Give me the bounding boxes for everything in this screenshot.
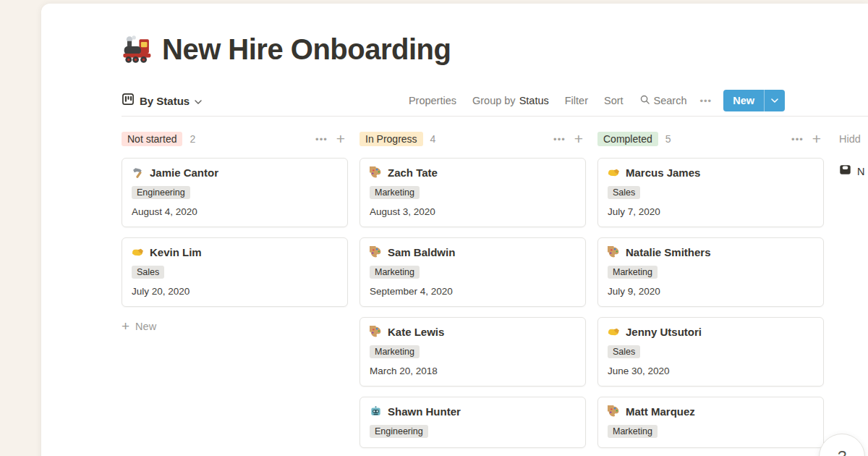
search-button[interactable]: Search (639, 94, 687, 107)
search-icon (639, 94, 650, 107)
view-name: By Status (140, 95, 190, 107)
department-tag: Marketing (608, 425, 658, 438)
card-jamie-cantor[interactable]: Jamie Cantor Engineering August 4, 2020 (122, 158, 348, 227)
start-date: June 30, 2020 (608, 366, 814, 376)
view-switcher[interactable]: By Status (122, 93, 202, 109)
view-toolbar: By Status Properties Group by Status Fil… (122, 88, 785, 113)
column-more-icon[interactable]: ••• (315, 134, 328, 145)
plus-icon: + (122, 318, 129, 334)
status-badge[interactable]: In Progress (359, 132, 423, 146)
column-add-icon[interactable]: + (574, 132, 583, 146)
palette-icon (370, 166, 382, 179)
add-card-button[interactable]: + New (122, 318, 348, 334)
start-date: July 7, 2020 (608, 206, 814, 217)
toolbar-actions: Properties Group by Status Filter Sort S… (393, 90, 785, 111)
sort-button[interactable]: Sort (604, 95, 624, 106)
page-title[interactable]: New Hire Onboarding (162, 33, 451, 66)
locomotive-emoji (122, 34, 153, 66)
department-tag: Engineering (132, 186, 190, 199)
card-jenny-utsutori[interactable]: Jenny Utsutori Sales June 30, 2020 (597, 317, 824, 387)
start-date: August 4, 2020 (132, 206, 338, 217)
hammer-icon (132, 166, 144, 179)
chevron-down-icon[interactable] (765, 98, 785, 103)
start-date: September 4, 2020 (370, 286, 576, 297)
handshake-icon (608, 326, 620, 338)
page-header: New Hire Onboarding (122, 33, 451, 66)
department-tag: Marketing (370, 186, 420, 199)
card-marcus-james[interactable]: Marcus James Sales July 7, 2020 (597, 158, 824, 227)
hidden-groups-toggle[interactable]: Hidd (839, 130, 868, 148)
card-count: 2 (190, 133, 195, 145)
card-natalie-smithers[interactable]: Natalie Smithers Marketing July 9, 2020 (597, 237, 824, 307)
card-name: Marcus James (626, 166, 700, 179)
card-name: Sam Baldwin (388, 246, 455, 258)
start-date: July 9, 2020 (608, 286, 814, 297)
card-shawn-hunter[interactable]: Shawn Hunter Engineering (359, 397, 586, 448)
new-button[interactable]: New (723, 90, 785, 111)
board-column-in-progress: In Progress 4 ••• + Zach Tate Marketing … (359, 130, 586, 448)
inbox-icon (839, 164, 851, 179)
filter-button[interactable]: Filter (565, 95, 588, 106)
board-view-icon (122, 93, 135, 109)
card-name: Jenny Utsutori (626, 326, 702, 338)
department-tag: Engineering (370, 425, 428, 438)
card-count: 4 (430, 133, 436, 145)
column-header: Not started 2 ••• + (122, 130, 348, 148)
board-column-completed: Completed 5 ••• + Marcus James Sales Jul… (597, 130, 824, 448)
department-tag: Marketing (608, 266, 658, 279)
card-name: Zach Tate (388, 166, 438, 179)
properties-button[interactable]: Properties (409, 95, 456, 106)
card-name: Jamie Cantor (150, 166, 218, 179)
department-tag: Sales (608, 186, 640, 199)
group-by-button[interactable]: Group by Status (472, 95, 549, 106)
start-date: March 20, 2018 (370, 366, 576, 376)
card-name: Kevin Lim (150, 246, 202, 258)
palette-icon (370, 246, 382, 258)
department-tag: Marketing (370, 345, 420, 358)
card-kevin-lim[interactable]: Kevin Lim Sales July 20, 2020 (122, 237, 348, 307)
column-add-icon[interactable]: + (812, 132, 821, 146)
more-options-icon[interactable]: ••• (700, 96, 712, 106)
chevron-down-icon (195, 94, 202, 107)
card-zach-tate[interactable]: Zach Tate Marketing August 3, 2020 (359, 158, 586, 227)
status-badge[interactable]: Completed (597, 132, 658, 146)
start-date: August 3, 2020 (370, 206, 576, 217)
column-add-icon[interactable]: + (336, 132, 345, 146)
palette-icon (370, 326, 382, 338)
department-tag: Marketing (370, 266, 420, 279)
hidden-group-row[interactable]: N (839, 164, 868, 179)
hidden-groups-section: Hidd N (839, 130, 868, 179)
column-more-icon[interactable]: ••• (791, 134, 804, 145)
card-name: Shawn Hunter (388, 405, 461, 418)
robot-icon (370, 405, 382, 418)
column-more-icon[interactable]: ••• (553, 134, 566, 145)
start-date: July 20, 2020 (132, 286, 338, 297)
card-kate-lewis[interactable]: Kate Lewis Marketing March 20, 2018 (359, 317, 586, 387)
card-sam-baldwin[interactable]: Sam Baldwin Marketing September 4, 2020 (359, 237, 586, 307)
column-header: In Progress 4 ••• + (359, 130, 586, 148)
card-name: Natalie Smithers (626, 246, 711, 258)
card-matt-marquez[interactable]: Matt Marquez Marketing (597, 397, 824, 448)
palette-icon (608, 405, 620, 418)
handshake-icon (132, 246, 144, 258)
status-badge[interactable]: Not started (122, 132, 182, 146)
handshake-icon (608, 166, 620, 179)
toolbar-divider (122, 116, 868, 117)
column-header: Completed 5 ••• + (597, 130, 824, 148)
card-count: 5 (665, 133, 671, 145)
card-name: Kate Lewis (388, 326, 444, 338)
board-column-not-started: Not started 2 ••• + Jamie Cantor Enginee… (122, 130, 348, 334)
palette-icon (608, 246, 620, 258)
department-tag: Sales (608, 345, 640, 358)
department-tag: Sales (132, 266, 164, 279)
card-name: Matt Marquez (626, 405, 695, 418)
